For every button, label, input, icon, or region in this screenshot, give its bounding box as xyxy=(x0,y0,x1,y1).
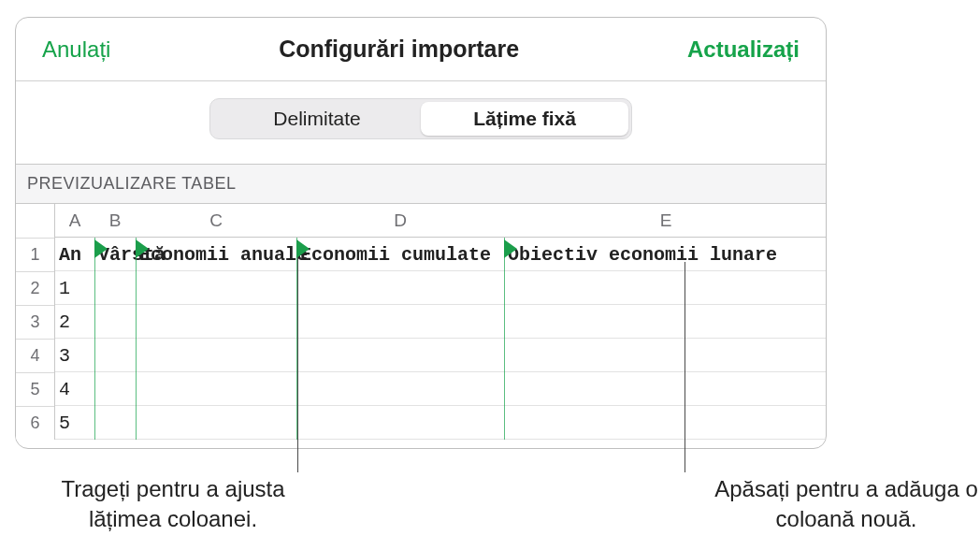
cell-D1: Economii cumulate xyxy=(296,238,521,271)
table-row: 1 xyxy=(55,271,826,305)
callout-text: Apăsați pentru a adăuga o coloană nouă. xyxy=(714,476,978,531)
column-separator-handle[interactable] xyxy=(296,238,297,440)
cell: 2 xyxy=(55,305,94,339)
row-number: 2 xyxy=(16,271,54,305)
cell-E1: Obiectiv economii lunare xyxy=(504,238,826,271)
row-number: 5 xyxy=(16,372,54,406)
column-header-A[interactable]: A xyxy=(55,204,94,238)
callout-line-left xyxy=(297,240,298,472)
cancel-button[interactable]: Anulați xyxy=(40,33,112,66)
import-settings-sheet: Anulați Configurări importare Actualizaț… xyxy=(15,17,827,449)
row-number-blank xyxy=(16,204,54,238)
table-row: 2 xyxy=(55,305,826,339)
row-number: 1 xyxy=(16,238,54,271)
cell-C1: Economii anuale xyxy=(136,238,323,271)
column-separator-handle[interactable] xyxy=(136,238,137,440)
callout-line-right xyxy=(685,262,685,472)
column-header-E[interactable]: E xyxy=(504,204,826,238)
cell: 4 xyxy=(55,372,94,406)
column-header-C[interactable]: C xyxy=(136,204,296,238)
cell-A1: An xyxy=(55,238,94,271)
segmented-control-wrap: Delimitate Lățime fixă xyxy=(16,81,826,139)
cell: 5 xyxy=(55,406,94,440)
table-row: 3 xyxy=(55,339,826,372)
column-header-B[interactable]: B xyxy=(94,204,136,238)
table-row: 5 xyxy=(55,406,826,440)
segment-delimited[interactable]: Delimitate xyxy=(213,102,421,136)
table-header-row: An Vârstă Economii anuale Economii cumul… xyxy=(55,238,826,271)
row-number: 4 xyxy=(16,339,54,372)
table-preview[interactable]: 1 2 3 4 5 6 A B C D E An Vârstă Economii… xyxy=(16,204,826,440)
callout-left: Trageți pentru a ajusta lățimea coloanei… xyxy=(28,474,318,535)
sheet-title: Configurări importare xyxy=(279,36,519,63)
column-separator-handle[interactable] xyxy=(504,238,505,440)
preview-section-label: PREVIZUALIZARE TABEL xyxy=(16,164,826,204)
cell-area[interactable]: An Vârstă Economii anuale Economii cumul… xyxy=(55,238,826,440)
callout-right: Apăsați pentru a adăuga o coloană nouă. xyxy=(711,474,980,535)
row-number: 6 xyxy=(16,406,54,440)
row-number: 3 xyxy=(16,305,54,339)
cell: 1 xyxy=(55,271,94,305)
cell: 3 xyxy=(55,339,94,372)
column-separator-handle[interactable] xyxy=(94,238,95,440)
update-button[interactable]: Actualizați xyxy=(685,33,801,66)
table-row: 4 xyxy=(55,372,826,406)
segmented-control[interactable]: Delimitate Lățime fixă xyxy=(209,98,632,139)
callout-text: Trageți pentru a ajusta lățimea coloanei… xyxy=(61,476,284,531)
column-header-row: A B C D E xyxy=(55,204,826,238)
segment-fixed-width[interactable]: Lățime fixă xyxy=(421,102,628,136)
row-number-gutter: 1 2 3 4 5 6 xyxy=(16,204,55,440)
sheet-header: Anulați Configurări importare Actualizaț… xyxy=(16,18,826,81)
column-header-D[interactable]: D xyxy=(296,204,504,238)
